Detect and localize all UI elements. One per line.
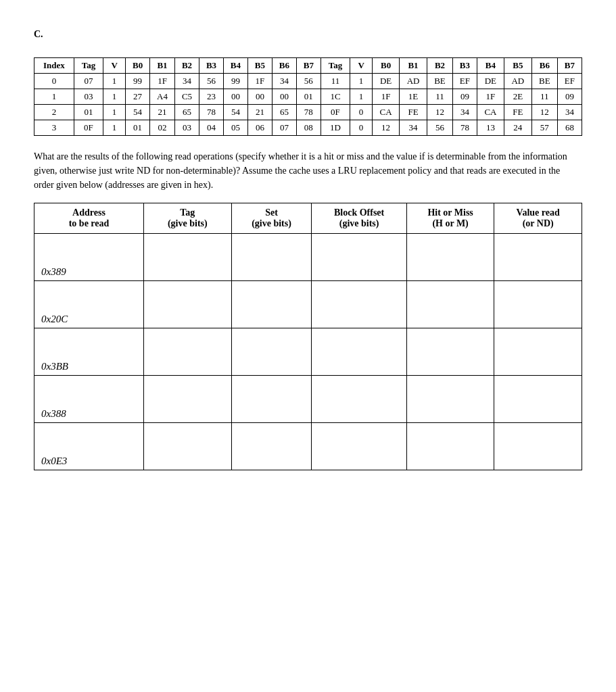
read-address-cell: 0x3BB bbox=[34, 328, 144, 376]
th-address: Addressto be read bbox=[34, 203, 144, 234]
cache-cell: 0 bbox=[350, 105, 373, 120]
cache-cell: FE bbox=[504, 105, 531, 120]
read-value-cell bbox=[494, 281, 582, 328]
cache-table-wrapper: Index Tag V B0 B1 B2 B3 B4 B5 B6 B7 Tag … bbox=[34, 57, 582, 136]
read-value-cell bbox=[494, 234, 582, 281]
col-b6-2: B6 bbox=[531, 58, 557, 74]
cache-cell: 2 bbox=[34, 105, 74, 120]
col-b0-1: B0 bbox=[126, 58, 150, 74]
cache-cell: 13 bbox=[477, 120, 504, 136]
cache-cell: 06 bbox=[247, 120, 272, 136]
read-set-cell bbox=[231, 234, 312, 281]
read-block-cell bbox=[312, 423, 406, 470]
col-b0-2: B0 bbox=[373, 58, 400, 74]
cache-cell: 24 bbox=[504, 120, 531, 136]
cache-table: Index Tag V B0 B1 B2 B3 B4 B5 B6 B7 Tag … bbox=[34, 57, 582, 136]
cache-cell: 1 bbox=[350, 89, 373, 105]
cache-cell: 0F bbox=[74, 120, 103, 136]
cache-cell: A4 bbox=[150, 89, 175, 105]
th-tag: Tag(give bits) bbox=[144, 203, 232, 234]
cache-cell: 12 bbox=[427, 105, 453, 120]
th-value: Value read(or ND) bbox=[494, 203, 582, 234]
read-value-cell bbox=[494, 423, 582, 470]
cache-cell: 21 bbox=[247, 105, 272, 120]
cache-cell: 68 bbox=[557, 120, 582, 136]
cache-cell: 1D bbox=[321, 120, 350, 136]
col-tag1: Tag bbox=[74, 58, 103, 74]
cache-cell: C5 bbox=[175, 89, 199, 105]
read-hitormiss-cell bbox=[406, 423, 494, 470]
col-b4-2: B4 bbox=[477, 58, 504, 74]
col-b2-1: B2 bbox=[175, 58, 199, 74]
col-b1-1: B1 bbox=[150, 58, 175, 74]
col-b4-1: B4 bbox=[223, 58, 247, 74]
read-hitormiss-cell bbox=[406, 328, 494, 376]
cache-cell: 00 bbox=[272, 89, 296, 105]
cache-cell: 1 bbox=[103, 89, 126, 105]
cache-cell: 05 bbox=[223, 120, 247, 136]
read-tag-cell bbox=[144, 234, 232, 281]
col-b5-1: B5 bbox=[247, 58, 272, 74]
cache-cell: 01 bbox=[126, 120, 150, 136]
cache-cell: 57 bbox=[531, 120, 557, 136]
col-index: Index bbox=[34, 58, 74, 74]
col-b7-2: B7 bbox=[557, 58, 582, 74]
cache-cell: 99 bbox=[126, 74, 150, 89]
cache-cell: 27 bbox=[126, 89, 150, 105]
col-b7-1: B7 bbox=[296, 58, 321, 74]
cache-cell: 78 bbox=[452, 120, 477, 136]
cache-cell: 0F bbox=[321, 105, 350, 120]
col-b5-2: B5 bbox=[504, 58, 531, 74]
cache-cell: 54 bbox=[126, 105, 150, 120]
cache-cell: 65 bbox=[272, 105, 296, 120]
read-block-cell bbox=[312, 281, 406, 328]
cache-cell: AD bbox=[400, 74, 427, 89]
read-hitormiss-cell bbox=[406, 281, 494, 328]
read-value-cell bbox=[494, 328, 582, 376]
read-address-cell: 0x0E3 bbox=[34, 423, 144, 470]
read-address-cell: 0x388 bbox=[34, 376, 144, 423]
col-b1-2: B1 bbox=[400, 58, 427, 74]
th-hitormiss: Hit or Miss(H or M) bbox=[406, 203, 494, 234]
cache-cell: 09 bbox=[557, 89, 582, 105]
description-text: What are the results of the following re… bbox=[34, 149, 582, 192]
cache-cell: 04 bbox=[199, 120, 224, 136]
cache-cell: 1E bbox=[400, 89, 427, 105]
read-address-cell: 0x389 bbox=[34, 234, 144, 281]
cache-cell: 56 bbox=[296, 74, 321, 89]
cache-cell: EF bbox=[452, 74, 477, 89]
cache-cell: BE bbox=[531, 74, 557, 89]
th-set: Set(give bits) bbox=[231, 203, 312, 234]
cache-cell: 65 bbox=[175, 105, 199, 120]
read-hitormiss-cell bbox=[406, 376, 494, 423]
cache-cell: 1F bbox=[373, 89, 400, 105]
col-v2: V bbox=[350, 58, 373, 74]
cache-cell: 34 bbox=[400, 120, 427, 136]
cache-cell: BE bbox=[427, 74, 453, 89]
cache-cell: CA bbox=[373, 105, 400, 120]
cache-cell: 1F bbox=[150, 74, 175, 89]
cache-cell: 0 bbox=[34, 74, 74, 89]
cache-cell: 03 bbox=[74, 89, 103, 105]
cache-cell: DE bbox=[477, 74, 504, 89]
col-b2-2: B2 bbox=[427, 58, 453, 74]
cache-cell: 1 bbox=[34, 89, 74, 105]
cache-cell: 56 bbox=[427, 120, 453, 136]
cache-cell: 1 bbox=[350, 74, 373, 89]
read-table-wrapper: Addressto be read Tag(give bits) Set(giv… bbox=[34, 203, 582, 470]
read-set-cell bbox=[231, 328, 312, 376]
question-label: C. bbox=[34, 29, 43, 39]
read-block-cell bbox=[312, 234, 406, 281]
cache-cell: 12 bbox=[373, 120, 400, 136]
cache-cell: 1F bbox=[477, 89, 504, 105]
cache-cell: 11 bbox=[321, 74, 350, 89]
read-tag-cell bbox=[144, 376, 232, 423]
cache-cell: 01 bbox=[296, 89, 321, 105]
cache-cell: 1 bbox=[103, 120, 126, 136]
cache-cell: 07 bbox=[272, 120, 296, 136]
col-b3-2: B3 bbox=[452, 58, 477, 74]
cache-cell: 08 bbox=[296, 120, 321, 136]
cache-cell: 23 bbox=[199, 89, 224, 105]
cache-cell: EF bbox=[557, 74, 582, 89]
cache-cell: 00 bbox=[247, 89, 272, 105]
